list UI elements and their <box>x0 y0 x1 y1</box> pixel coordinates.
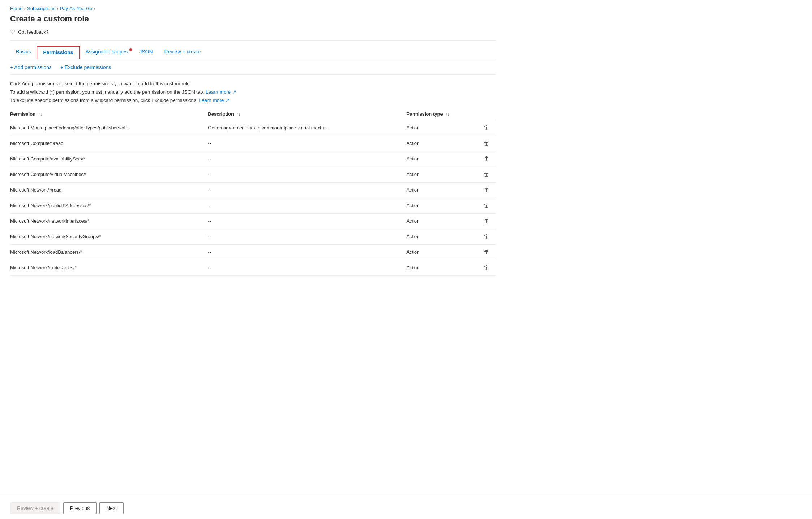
cell-type: Action <box>406 244 482 260</box>
cell-permission: Microsoft.Network/networkSecurityGroups/… <box>10 229 208 244</box>
breadcrumb-home[interactable]: Home <box>10 6 23 11</box>
col-permission[interactable]: Permission ↑↓ <box>10 108 208 120</box>
table-row: Microsoft.Network/*/read -- Action 🗑 <box>10 182 496 198</box>
tab-basics[interactable]: Basics <box>10 46 37 59</box>
tab-assignable-scopes-label: Assignable scopes <box>86 49 128 55</box>
table-row: Microsoft.Network/loadBalancers/* -- Act… <box>10 244 496 260</box>
delete-row-button[interactable]: 🗑 <box>482 233 492 241</box>
table-row: Microsoft.Compute/virtualMachines/* -- A… <box>10 167 496 182</box>
sort-type-icon: ↑↓ <box>445 112 449 116</box>
delete-row-button[interactable]: 🗑 <box>482 202 492 210</box>
table-row: Microsoft.Compute/*/read -- Action 🗑 <box>10 136 496 151</box>
table-row: Microsoft.MarketplaceOrdering/offerTypes… <box>10 120 496 136</box>
sort-permission-icon: ↑↓ <box>38 112 42 116</box>
table-row: Microsoft.Network/networkSecurityGroups/… <box>10 229 496 244</box>
table-row: Microsoft.Compute/availabilitySets/* -- … <box>10 151 496 167</box>
cell-delete: 🗑 <box>482 213 496 229</box>
cell-type: Action <box>406 151 482 167</box>
cell-permission: Microsoft.Compute/availabilitySets/* <box>10 151 208 167</box>
permissions-table: Permission ↑↓ Description ↑↓ Permission … <box>10 108 496 276</box>
cell-permission: Microsoft.Network/loadBalancers/* <box>10 244 208 260</box>
exclude-permissions-link[interactable]: + Exclude permissions <box>60 63 114 72</box>
delete-row-button[interactable]: 🗑 <box>482 186 492 194</box>
info-line1: Click Add permissions to select the perm… <box>10 80 496 88</box>
cell-type: Action <box>406 120 482 136</box>
cell-delete: 🗑 <box>482 260 496 275</box>
delete-row-button[interactable]: 🗑 <box>482 155 492 163</box>
cell-description: -- <box>208 198 406 213</box>
cell-permission: Microsoft.Network/networkInterfaces/* <box>10 213 208 229</box>
cell-description: Get an agreement for a given marketplace… <box>208 120 406 136</box>
cell-type: Action <box>406 229 482 244</box>
cell-delete: 🗑 <box>482 229 496 244</box>
tab-review-create[interactable]: Review + create <box>159 46 207 59</box>
cell-permission: Microsoft.MarketplaceOrdering/offerTypes… <box>10 120 208 136</box>
cell-delete: 🗑 <box>482 120 496 136</box>
info-line3: To exclude specific permissions from a w… <box>10 96 496 105</box>
cell-description: -- <box>208 213 406 229</box>
page-title: Create a custom role <box>10 14 496 23</box>
delete-row-button[interactable]: 🗑 <box>482 124 492 132</box>
table-row: Microsoft.Network/publicIPAddresses/* --… <box>10 198 496 213</box>
cell-type: Action <box>406 213 482 229</box>
feedback-bar: ♡ Got feedback? <box>10 29 496 41</box>
table-row: Microsoft.Network/routeTables/* -- Actio… <box>10 260 496 275</box>
delete-row-button[interactable]: 🗑 <box>482 248 492 256</box>
cell-delete: 🗑 <box>482 182 496 198</box>
cell-description: -- <box>208 151 406 167</box>
breadcrumb-payasyougo[interactable]: Pay-As-You-Go <box>60 6 92 11</box>
actions-row: + Add permissions + Exclude permissions <box>10 59 496 75</box>
tabs-row: Basics Permissions Assignable scopes JSO… <box>10 46 496 59</box>
cell-delete: 🗑 <box>482 151 496 167</box>
delete-row-button[interactable]: 🗑 <box>482 217 492 225</box>
col-actions-header <box>482 108 496 120</box>
cell-description: -- <box>208 260 406 275</box>
col-permission-type[interactable]: Permission type ↑↓ <box>406 108 482 120</box>
feedback-label: Got feedback? <box>18 29 49 35</box>
assignable-scopes-dot <box>129 48 132 51</box>
cell-permission: Microsoft.Network/publicIPAddresses/* <box>10 198 208 213</box>
tab-assignable-scopes[interactable]: Assignable scopes <box>80 46 134 59</box>
cell-description: -- <box>208 244 406 260</box>
sort-description-icon: ↑↓ <box>236 112 240 116</box>
cell-description: -- <box>208 182 406 198</box>
delete-row-button[interactable]: 🗑 <box>482 171 492 179</box>
learn-more-exclude[interactable]: Learn more ↗ <box>199 98 230 103</box>
add-permissions-link[interactable]: + Add permissions <box>10 63 55 72</box>
delete-row-button[interactable]: 🗑 <box>482 264 492 272</box>
learn-more-wildcard[interactable]: Learn more ↗ <box>206 89 236 95</box>
cell-delete: 🗑 <box>482 244 496 260</box>
cell-delete: 🗑 <box>482 167 496 182</box>
tab-permissions[interactable]: Permissions <box>37 46 80 59</box>
delete-row-button[interactable]: 🗑 <box>482 140 492 147</box>
tab-json[interactable]: JSON <box>133 46 158 59</box>
cell-delete: 🗑 <box>482 198 496 213</box>
cell-type: Action <box>406 260 482 275</box>
cell-delete: 🗑 <box>482 136 496 151</box>
cell-type: Action <box>406 167 482 182</box>
heart-icon: ♡ <box>10 29 15 35</box>
cell-permission: Microsoft.Compute/virtualMachines/* <box>10 167 208 182</box>
cell-type: Action <box>406 182 482 198</box>
breadcrumb-subscriptions[interactable]: Subscriptions <box>27 6 55 11</box>
cell-description: -- <box>208 167 406 182</box>
cell-permission: Microsoft.Compute/*/read <box>10 136 208 151</box>
cell-permission: Microsoft.Network/routeTables/* <box>10 260 208 275</box>
col-description[interactable]: Description ↑↓ <box>208 108 406 120</box>
cell-description: -- <box>208 229 406 244</box>
cell-type: Action <box>406 136 482 151</box>
breadcrumb: Home › Subscriptions › Pay-As-You-Go › <box>10 6 496 11</box>
cell-permission: Microsoft.Network/*/read <box>10 182 208 198</box>
info-section: Click Add permissions to select the perm… <box>10 75 496 108</box>
cell-description: -- <box>208 136 406 151</box>
table-row: Microsoft.Network/networkInterfaces/* --… <box>10 213 496 229</box>
cell-type: Action <box>406 198 482 213</box>
info-line2: To add a wildcard (*) permission, you mu… <box>10 88 496 96</box>
